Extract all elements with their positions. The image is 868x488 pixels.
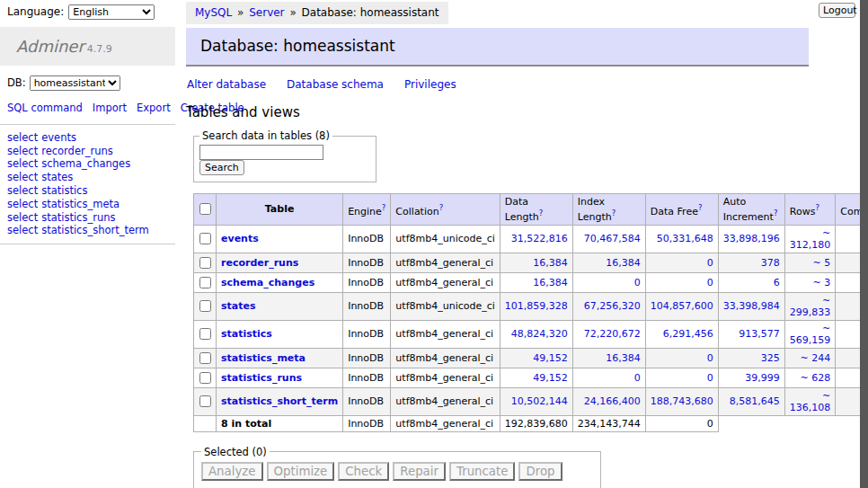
sidebar-select-link[interactable]: select xyxy=(7,145,38,157)
sidebar-table-link-statistics-runs[interactable]: statistics_runs xyxy=(41,211,115,224)
vertical-scrollbar[interactable] xyxy=(860,0,868,488)
alter-database-link[interactable]: Alter database xyxy=(187,78,266,91)
cell-data-free[interactable]: 104,857,600 xyxy=(645,292,718,320)
database-schema-link[interactable]: Database schema xyxy=(287,78,384,91)
cell-data-free[interactable]: 0 xyxy=(645,272,718,292)
cell-auto-increment[interactable]: 325 xyxy=(718,348,784,368)
repair-button[interactable]: Repair xyxy=(393,462,446,481)
cell-auto-increment[interactable]: 378 xyxy=(718,253,784,272)
sidebar-table-link-events[interactable]: events xyxy=(41,131,76,144)
cell-auto-increment[interactable]: 33,898,196 xyxy=(718,225,784,253)
cell-data-length[interactable]: 31,522,816 xyxy=(500,225,572,253)
cell-rows[interactable]: ~ 299,833 xyxy=(784,292,835,320)
drop-button[interactable]: Drop xyxy=(518,462,562,481)
optimize-button[interactable]: Optimize xyxy=(267,462,335,481)
cell-rows[interactable]: ~ 244 xyxy=(784,348,835,368)
sidebar-select-link[interactable]: select xyxy=(7,131,38,144)
cell-rows[interactable]: ~ 3 xyxy=(784,272,835,292)
search-input[interactable] xyxy=(199,145,323,160)
app-version[interactable]: 4.7.9 xyxy=(87,43,112,55)
cell-data-length[interactable]: 16,384 xyxy=(500,253,572,272)
table-link-recorder-runs[interactable]: recorder_runs xyxy=(221,257,298,269)
cell-auto-increment[interactable]: 33,398,984 xyxy=(718,292,784,320)
cell-auto-increment[interactable]: 8,581,645 xyxy=(718,387,784,415)
cell-rows[interactable]: ~ 569,159 xyxy=(784,320,835,348)
help-link[interactable]: ? xyxy=(698,203,703,212)
row-checkbox[interactable] xyxy=(199,257,211,269)
help-link[interactable]: ? xyxy=(382,203,386,212)
row-checkbox[interactable] xyxy=(199,328,211,340)
cell-auto-increment[interactable]: 39,999 xyxy=(718,368,784,387)
cell-auto-increment[interactable]: 913,577 xyxy=(718,320,784,348)
sidebar-table-link-statistics-short-term[interactable]: statistics_short_term xyxy=(41,224,149,236)
cell-index-length[interactable]: 72,220,672 xyxy=(572,320,645,348)
cell-rows[interactable]: ~ 628 xyxy=(784,368,835,387)
analyze-button[interactable]: Analyze xyxy=(201,462,263,481)
table-link-statistics-runs[interactable]: statistics_runs xyxy=(221,372,302,384)
cell-data-length[interactable]: 101,859,328 xyxy=(500,292,572,320)
cell-index-length[interactable]: 70,467,584 xyxy=(572,225,645,253)
table-link-schema-changes[interactable]: schema_changes xyxy=(221,277,314,288)
cell-data-length[interactable]: 48,824,320 xyxy=(500,320,572,348)
cell-data-free[interactable]: 188,743,680 xyxy=(645,387,718,415)
cell-index-length[interactable]: 0 xyxy=(572,368,645,387)
truncate-button[interactable]: Truncate xyxy=(449,462,515,481)
cell-index-length[interactable]: 16,384 xyxy=(572,253,645,272)
table-link-states[interactable]: states xyxy=(221,300,256,312)
check-button[interactable]: Check xyxy=(338,462,389,481)
search-button[interactable]: Search xyxy=(199,160,244,175)
logout-button[interactable]: Logout xyxy=(819,3,855,18)
cell-data-length[interactable]: 16,384 xyxy=(500,272,572,292)
cell-data-free[interactable]: 0 xyxy=(645,253,718,272)
help-link[interactable]: ? xyxy=(774,209,778,217)
sidebar-link-sql-command[interactable]: SQL command xyxy=(7,102,83,114)
sidebar-link-import[interactable]: Import xyxy=(93,102,127,114)
sidebar-table-link-statistics-meta[interactable]: statistics_meta xyxy=(41,198,120,210)
row-checkbox[interactable] xyxy=(199,372,211,384)
cell-data-free[interactable]: 0 xyxy=(645,368,718,387)
sidebar-select-link[interactable]: select xyxy=(7,198,38,210)
sidebar-select-link[interactable]: select xyxy=(7,157,38,170)
sidebar-select-link[interactable]: select xyxy=(7,224,38,236)
cell-data-length[interactable]: 49,152 xyxy=(500,368,572,387)
sidebar-table-link-states[interactable]: states xyxy=(41,171,73,183)
help-link[interactable]: ? xyxy=(539,209,544,217)
table-link-events[interactable]: events xyxy=(221,233,259,244)
cell-rows[interactable]: ~ 312,180 xyxy=(784,225,835,253)
cell-rows[interactable]: ~ 136,108 xyxy=(784,387,835,415)
sidebar-select-link[interactable]: select xyxy=(7,211,38,224)
sidebar-select-link[interactable]: select xyxy=(7,184,38,197)
breadcrumb-server-link[interactable]: Server xyxy=(249,6,284,19)
language-select[interactable]: English xyxy=(68,4,155,20)
cell-index-length[interactable]: 16,384 xyxy=(572,348,645,368)
breadcrumb-mysql-link[interactable]: MySQL xyxy=(195,6,232,19)
app-name[interactable]: Adminer xyxy=(16,37,84,56)
cell-index-length[interactable]: 24,166,400 xyxy=(572,387,645,415)
table-link-statistics[interactable]: statistics xyxy=(221,328,272,340)
sidebar-link-export[interactable]: Export xyxy=(137,102,171,114)
sidebar-table-link-schema-changes[interactable]: schema_changes xyxy=(41,157,130,170)
select-all-checkbox[interactable] xyxy=(199,203,211,215)
table-link-statistics-short-term[interactable]: statistics_short_term xyxy=(221,395,338,407)
sidebar-select-link[interactable]: select xyxy=(7,171,38,183)
table-link-statistics-meta[interactable]: statistics_meta xyxy=(221,352,306,364)
row-checkbox[interactable] xyxy=(199,233,211,244)
privileges-link[interactable]: Privileges xyxy=(404,78,456,91)
cell-index-length[interactable]: 67,256,320 xyxy=(572,292,645,320)
sidebar-table-link-recorder-runs[interactable]: recorder_runs xyxy=(41,145,113,157)
cell-data-length[interactable]: 49,152 xyxy=(500,348,572,368)
row-checkbox[interactable] xyxy=(199,277,211,288)
cell-rows[interactable]: ~ 5 xyxy=(784,253,835,272)
help-link[interactable]: ? xyxy=(439,203,444,212)
cell-auto-increment[interactable]: 6 xyxy=(718,272,784,292)
cell-data-free[interactable]: 50,331,648 xyxy=(645,225,718,253)
cell-data-free[interactable]: 0 xyxy=(645,348,718,368)
cell-data-free[interactable]: 6,291,456 xyxy=(645,320,718,348)
sidebar-table-link-statistics[interactable]: statistics xyxy=(41,184,87,197)
row-checkbox[interactable] xyxy=(199,395,211,407)
cell-data-length[interactable]: 10,502,144 xyxy=(500,387,572,415)
db-select[interactable]: homeassistant xyxy=(30,75,120,91)
help-link[interactable]: ? xyxy=(612,209,616,217)
cell-index-length[interactable]: 0 xyxy=(572,272,645,292)
help-link[interactable]: ? xyxy=(815,203,819,212)
